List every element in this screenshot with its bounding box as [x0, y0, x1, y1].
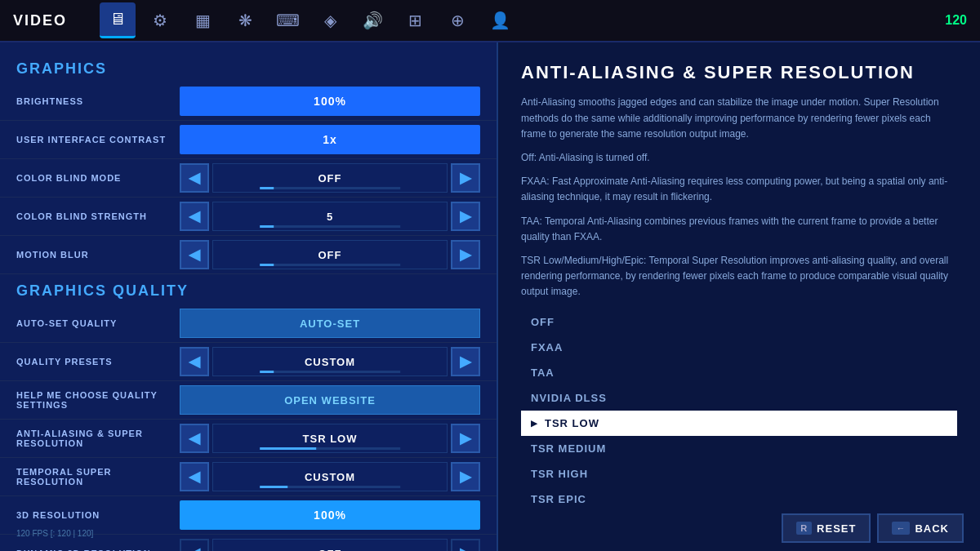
fps-display: 120 [945, 13, 967, 28]
setting-color-blind-strength: COLOR BLIND STRENGTH ◀ 5 ▶ [0, 198, 497, 236]
setting-ui-contrast: USER INTERFACE CONTRAST 1x [0, 121, 497, 159]
temporal-super-res-arrow: ◀ CUSTOM ▶ [180, 462, 480, 491]
desc-paragraph-2: Off: Anti-Aliasing is turned off. [521, 150, 957, 166]
3d-resolution-label: 3D RESOLUTION [16, 510, 180, 520]
color-blind-mode-label: COLOR BLIND MODE [16, 173, 180, 183]
left-panel: GRAPHICS BRIGHTNESS 100% USER INTERFACE … [0, 42, 498, 551]
right-panel: ANTI-ALIASING & SUPER RESOLUTION Anti-Al… [498, 42, 980, 551]
setting-help-choose: HELP ME CHOOSE QUALITY SETTINGS OPEN WEB… [0, 381, 497, 420]
nav-shield[interactable]: ❋ [227, 2, 263, 38]
3d-resolution-slider[interactable]: 100% [180, 500, 480, 530]
reset-label: RESET [817, 522, 856, 535]
back-icon: ← [892, 522, 910, 535]
anti-aliasing-control: ◀ TSR LOW ▶ [180, 424, 480, 453]
graphics-quality-section-header: GRAPHICS QUALITY [0, 274, 497, 304]
brightness-slider[interactable]: 100% [180, 87, 480, 116]
temporal-super-res-value-box: CUSTOM [212, 462, 448, 491]
color-blind-strength-prev[interactable]: ◀ [180, 202, 209, 231]
nav-controller[interactable]: ◈ [312, 2, 348, 38]
nav-gamepad[interactable]: ⊕ [439, 2, 475, 38]
quality-presets-label: QUALITY PRESETS [16, 357, 180, 367]
auto-set-quality-button[interactable]: AUTO-SET [180, 309, 480, 338]
bottom-bar: R RESET ← BACK [765, 505, 980, 551]
ui-contrast-label: USER INTERFACE CONTRAST [16, 135, 180, 144]
selected-indicator: ▶ [531, 419, 538, 428]
reset-button[interactable]: R RESET [782, 513, 871, 543]
anti-aliasing-value-box: TSR LOW [212, 424, 448, 453]
option-tsr-low[interactable]: ▶ TSR LOW [521, 411, 957, 436]
nav-profile[interactable]: 👤 [482, 2, 518, 38]
top-bar: VIDEO 🖥 ⚙ ▦ ❋ ⌨ ◈ 🔊 ⊞ ⊕ 👤 120 [0, 0, 980, 42]
color-blind-strength-next[interactable]: ▶ [451, 202, 480, 231]
nav-audio[interactable]: 🔊 [354, 2, 390, 38]
color-blind-mode-next[interactable]: ▶ [451, 163, 480, 193]
nav-display[interactable]: ▦ [185, 2, 220, 38]
dynamic-3d-res-control: ◀ OFF ▶ [180, 539, 480, 551]
dynamic-3d-res-value-box: OFF [212, 539, 448, 551]
brightness-label: BRIGHTNESS [16, 96, 180, 106]
auto-set-quality-label: AUTO-SET QUALITY [16, 318, 180, 328]
temporal-super-res-label: TEMPORAL SUPER RESOLUTION [16, 467, 180, 487]
nav-icons: 🖥 ⚙ ▦ ❋ ⌨ ◈ 🔊 ⊞ ⊕ 👤 [100, 2, 518, 38]
setting-motion-blur: MOTION BLUR ◀ OFF ▶ [0, 236, 497, 274]
dynamic-3d-res-prev[interactable]: ◀ [180, 539, 209, 551]
anti-aliasing-next[interactable]: ▶ [451, 424, 480, 453]
open-website-button[interactable]: OPEN WEBSITE [180, 385, 480, 415]
nav-keyboard[interactable]: ⌨ [270, 2, 305, 38]
dynamic-3d-res-arrow: ◀ OFF ▶ [180, 539, 480, 551]
option-tsr-medium[interactable]: TSR MEDIUM [521, 436, 957, 461]
anti-aliasing-prev[interactable]: ◀ [180, 424, 209, 453]
temporal-super-res-prev[interactable]: ◀ [180, 462, 209, 491]
motion-blur-label: MOTION BLUR [16, 250, 180, 260]
motion-blur-arrow: ◀ OFF ▶ [180, 240, 480, 269]
desc-paragraph-3: FXAA: Fast Approximate Anti-Aliasing req… [521, 174, 957, 205]
motion-blur-prev[interactable]: ◀ [180, 240, 209, 269]
color-blind-mode-prev[interactable]: ◀ [180, 163, 209, 193]
temporal-super-res-value: CUSTOM [305, 471, 355, 483]
right-panel-description: Anti-Aliasing smooths jagged edges and c… [521, 95, 957, 300]
quality-presets-prev[interactable]: ◀ [180, 347, 209, 376]
option-fxaa[interactable]: FXAA [521, 335, 957, 360]
motion-blur-value: OFF [318, 249, 342, 261]
motion-blur-value-box: OFF [212, 240, 448, 269]
option-taa[interactable]: TAA [521, 360, 957, 385]
setting-brightness: BRIGHTNESS 100% [0, 82, 497, 121]
quality-presets-arrow: ◀ CUSTOM ▶ [180, 347, 480, 376]
setting-auto-set-quality: AUTO-SET QUALITY AUTO-SET [0, 304, 497, 343]
setting-color-blind-mode: COLOR BLIND MODE ◀ OFF ▶ [0, 159, 497, 198]
quality-presets-next[interactable]: ▶ [451, 347, 480, 376]
anti-aliasing-label: ANTI-ALIASING & SUPER RESOLUTION [16, 429, 180, 448]
main-layout: GRAPHICS BRIGHTNESS 100% USER INTERFACE … [0, 42, 980, 551]
desc-paragraph-4: TAA: Temporal Anti-Aliasing combines pre… [521, 214, 957, 245]
dynamic-3d-res-value: OFF [318, 548, 342, 552]
anti-aliasing-arrow: ◀ TSR LOW ▶ [180, 424, 480, 453]
color-blind-mode-value-box: OFF [212, 163, 448, 193]
desc-paragraph-1: Anti-Aliasing smooths jagged edges and c… [521, 95, 957, 142]
nav-network[interactable]: ⊞ [397, 2, 433, 38]
back-label: BACK [915, 522, 949, 535]
color-blind-mode-control: ◀ OFF ▶ [180, 163, 480, 193]
temporal-super-res-next[interactable]: ▶ [451, 462, 480, 491]
option-tsr-high[interactable]: TSR HIGH [521, 461, 957, 487]
quality-presets-value: CUSTOM [305, 356, 355, 368]
option-nvidia-dlss[interactable]: NVIDIA DLSS [521, 385, 957, 411]
3d-resolution-control: 100% [180, 500, 480, 530]
color-blind-strength-arrow: ◀ 5 ▶ [180, 202, 480, 231]
color-blind-strength-value: 5 [327, 211, 333, 223]
color-blind-mode-value: OFF [318, 172, 342, 184]
help-choose-label: HELP ME CHOOSE QUALITY SETTINGS [16, 390, 180, 410]
back-button[interactable]: ← BACK [877, 513, 964, 543]
ui-contrast-control: 1x [180, 125, 480, 154]
dynamic-3d-res-next[interactable]: ▶ [451, 539, 480, 551]
help-choose-control: OPEN WEBSITE [180, 385, 480, 415]
ui-contrast-slider[interactable]: 1x [180, 125, 480, 154]
option-off[interactable]: OFF [521, 309, 957, 335]
nav-monitor[interactable]: 🖥 [100, 2, 136, 38]
setting-temporal-super-res: TEMPORAL SUPER RESOLUTION ◀ CUSTOM ▶ [0, 458, 497, 496]
nav-gear[interactable]: ⚙ [142, 2, 178, 38]
fps-info: 120 FPS [: 120 | 120] [16, 529, 93, 538]
right-panel-title: ANTI-ALIASING & SUPER RESOLUTION [521, 62, 957, 83]
option-list: OFF FXAA TAA NVIDIA DLSS ▶ TSR LOW TSR M… [521, 309, 957, 512]
motion-blur-next[interactable]: ▶ [451, 240, 480, 269]
motion-blur-control: ◀ OFF ▶ [180, 240, 480, 269]
